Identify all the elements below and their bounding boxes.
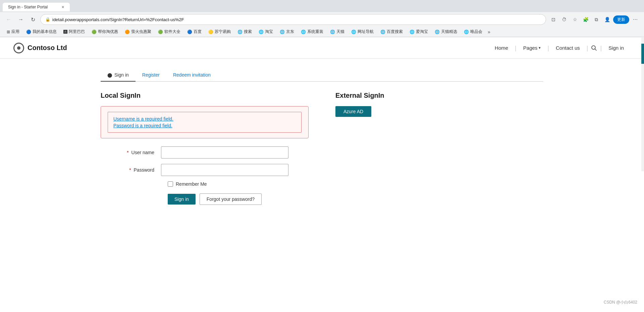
nav-pages[interactable]: Pages ▾ [517,37,548,59]
username-input[interactable] [161,146,288,159]
firefly-icon: 🟠 [125,30,130,34]
bookmark-suning[interactable]: 🟡 苏宁易购 [206,28,233,35]
bookmark-software[interactable]: 🟢 软件大全 [155,28,183,35]
profile-icon[interactable]: 👤 [602,15,612,24]
suning-icon: 🟡 [208,30,213,34]
username-label-text: User name [131,150,154,155]
bookmark-alibaba[interactable]: 🅰 阿里巴巴 [61,28,88,35]
bookmark-label: 软件大全 [164,29,180,35]
scrollbar[interactable] [641,37,644,171]
bookmark-jd[interactable]: 🌐 京东 [277,28,297,35]
local-signin-section: Local SignIn Username is a required fiel… [101,92,309,205]
error-box-inner: Username is a required field. Password i… [108,112,302,133]
taoyouhui-icon: 🟢 [92,30,97,34]
bookmark-label: 苏宁易购 [215,29,231,35]
tmall-icon: 🌐 [330,30,335,34]
extension-icon[interactable]: 🧩 [581,15,590,24]
bookmark-label: 应用 [11,29,19,35]
chevron-down-icon: ▾ [539,46,541,50]
azure-ad-button[interactable]: Azure AD [335,106,371,117]
sidebar-icon[interactable]: ⧉ [592,15,601,24]
tab-close-icon[interactable]: ✕ [61,5,64,9]
search-icon[interactable] [588,42,600,54]
nav-contact[interactable]: Contact us [549,37,587,59]
bookmark-aitaobao[interactable]: 🌐 爱淘宝 [407,28,431,35]
bookmark-reinstall[interactable]: 🌐 系统重装 [298,28,326,35]
watermark: CSDN @小白6402 [604,300,637,305]
password-label-text: Password [134,167,154,173]
tab-signin[interactable]: ⬤ Sign in [101,69,136,82]
baidu-icon: 🔵 [187,30,192,34]
auth-tabs: ⬤ Sign in Register Redeem invitation [101,69,543,82]
error-password[interactable]: Password is a required field. [113,123,296,128]
scrollbar-thumb[interactable] [641,44,644,64]
signin-button[interactable]: Sign in [168,194,196,205]
bookmark-apps[interactable]: ⊞ 应用 [4,28,22,35]
signin-icon: ⬤ [107,73,112,78]
site-logo[interactable]: Contoso Ltd [13,43,67,53]
page-content: Contoso Ltd Home | Pages ▾ | Contact us … [0,37,644,312]
forward-button[interactable]: → [16,15,25,24]
urlnav-icon: 🌐 [351,30,356,34]
bookmarks-more[interactable]: » [488,29,490,35]
nav-signin[interactable]: Sign in [602,37,631,59]
bookmark-baidusearch[interactable]: 🌐 百度搜索 [378,28,406,35]
bookmark-label: 京东 [286,29,294,35]
vip-icon: 🌐 [464,30,469,34]
bookmark-firefly[interactable]: 🟠 萤火虫惠聚 [122,28,154,35]
search-bk-icon: 🌐 [237,30,243,34]
profile-bk-icon: 🔵 [26,30,31,34]
main-content: ⬤ Sign in Register Redeem invitation Loc… [87,59,557,215]
back-button[interactable]: ← [4,15,13,24]
bookmark-tmallselect[interactable]: 🌐 天猫精选 [432,28,460,35]
tab-register-label: Register [142,72,160,78]
bookmark-label: 淘宝 [265,29,273,35]
tab-register[interactable]: Register [136,69,166,82]
bookmark-search[interactable]: 🌐 搜索 [235,28,255,35]
translate-icon[interactable]: ⊡ [549,15,558,24]
username-row: * User name [101,146,309,159]
bookmark-label: 爱淘宝 [416,29,428,35]
site-navbar: Contoso Ltd Home | Pages ▾ | Contact us … [0,37,644,59]
browser-tab[interactable]: Sign in - Starter Portal ✕ [3,3,70,11]
error-username[interactable]: Username is a required field. [113,116,296,122]
jd-icon: 🌐 [280,30,285,34]
bookmark-label: 网址导航 [358,29,374,35]
bookmark-label: 我的基本信息 [33,29,57,35]
bookmark-label: 天猫 [336,29,344,35]
username-label: * User name [101,150,161,155]
bookmark-profile[interactable]: 🔵 我的基本信息 [23,28,59,35]
alibaba-icon: 🅰 [63,30,67,34]
bookmark-taobao[interactable]: 🌐 淘宝 [256,28,276,35]
bookmark-urlnav[interactable]: 🌐 网址导航 [348,28,376,35]
bookmark-label: 搜索 [244,29,252,35]
auth-columns: Local SignIn Username is a required fiel… [101,92,543,205]
history-icon[interactable]: ⏱ [559,15,569,24]
remember-me-checkbox[interactable] [168,181,173,187]
remember-me-label: Remember Me [176,181,207,187]
external-signin-section: External SignIn Azure AD [335,92,543,205]
bookmark-label: 系统重装 [307,29,323,35]
password-input[interactable] [161,164,288,176]
more-icon[interactable]: ⋯ [631,15,640,24]
lock-icon: 🔒 [45,17,50,22]
nav-bar: ← → ↻ 🔒 idetail.powerappsportals.com/Sig… [0,12,644,27]
tab-redeem[interactable]: Redeem invitation [166,69,217,82]
software-icon: 🟢 [158,30,163,34]
bookmark-baidu[interactable]: 🔵 百度 [184,28,204,35]
bookmark-tmall[interactable]: 🌐 天猫 [327,28,347,35]
button-row: Sign in Forgot your password? [168,193,309,205]
bookmarks-bar: ⊞ 应用 🔵 我的基本信息 🅰 阿里巴巴 🟢 帮你淘优惠 🟠 萤火虫惠聚 🟢 软… [0,27,644,37]
bookmark-icon[interactable]: ☆ [570,15,580,24]
bookmark-vip[interactable]: 🌐 唯品会 [461,28,485,35]
bookmark-label: 帮你淘优惠 [98,29,118,35]
bookmark-label: 百度 [194,29,202,35]
refresh-button[interactable]: ↻ [28,15,38,24]
address-bar[interactable]: 🔒 idetail.powerappsportals.com/SignIn?Re… [40,14,546,25]
nav-home[interactable]: Home [488,37,515,59]
forgot-password-button[interactable]: Forgot your password? [200,193,262,205]
update-button[interactable]: 更新 [613,15,629,24]
bookmark-taoyouhui[interactable]: 🟢 帮你淘优惠 [89,28,121,35]
browser-actions: ⊡ ⏱ ☆ 🧩 ⧉ 👤 更新 ⋯ [549,15,640,24]
browser-chrome: Sign in - Starter Portal ✕ ← → ↻ 🔒 ideta… [0,0,644,37]
